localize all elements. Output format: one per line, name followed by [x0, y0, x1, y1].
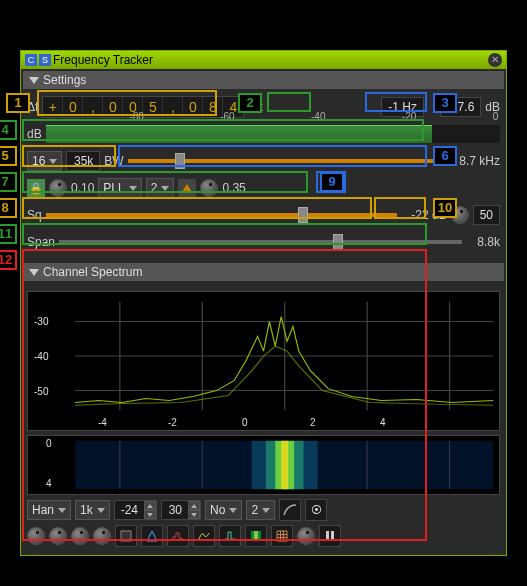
x-tick: -2 [168, 417, 177, 428]
sq-label: Sq [27, 208, 42, 222]
dial-3[interactable] [71, 527, 89, 545]
spectrum-controls-1: Han 1k -24 30 No 2 ⦿ [27, 499, 500, 521]
span-value: 8.8k [466, 235, 500, 249]
dial-2[interactable] [49, 527, 67, 545]
range-spin[interactable]: 30 [161, 500, 201, 520]
dial-4[interactable] [93, 527, 111, 545]
rrc-dial[interactable] [49, 179, 67, 197]
window-title: Frequency Tracker [53, 53, 488, 67]
histogram-button[interactable] [167, 525, 189, 547]
callout-6: 6 [433, 146, 457, 166]
chevron-down-icon [58, 508, 66, 513]
spectrum-header[interactable]: Channel Spectrum [23, 263, 504, 281]
gate-value: 50 [473, 205, 500, 225]
callout-8: 8 [0, 198, 17, 218]
db-label: dB [27, 127, 42, 141]
pulse-button[interactable] [219, 525, 241, 547]
svg-rect-19 [254, 531, 258, 541]
digit[interactable]: 0 [183, 97, 203, 117]
badge-s: S [39, 54, 51, 66]
dial-1[interactable] [27, 527, 45, 545]
collapse-icon [29, 269, 39, 276]
marker-button[interactable] [141, 525, 163, 547]
chevron-down-icon [262, 508, 270, 513]
callout-12: 12 [0, 250, 17, 270]
spectrum-body: -30 -40 -50 -4 -2 0 2 4 0 4 [21, 283, 506, 555]
chevron-down-icon [229, 508, 237, 513]
spin-down-icon[interactable] [144, 510, 156, 519]
span-label: Span [27, 235, 55, 249]
decim-readout: 35k [66, 151, 100, 171]
spin-up-icon[interactable] [188, 501, 200, 510]
chevron-down-icon [49, 159, 57, 164]
svg-rect-20 [326, 531, 329, 541]
order-value: 2 [151, 181, 158, 195]
db-meter: -80 -60 -40 -20 0 [46, 125, 500, 143]
ref-spin[interactable]: -24 [114, 500, 157, 520]
collapse-icon [29, 77, 39, 84]
pause-button[interactable] [319, 525, 341, 547]
bw-row: 16 35k BW 8.7 kHz [27, 149, 500, 173]
spectrum-label: Channel Spectrum [43, 265, 142, 279]
spin-up-icon[interactable] [144, 501, 156, 510]
clear-button[interactable] [115, 525, 137, 547]
window-combo[interactable]: Han [27, 500, 71, 520]
maxhold-button[interactable] [193, 525, 215, 547]
avgmode-combo[interactable]: No [205, 500, 242, 520]
sq-slider[interactable] [46, 206, 397, 224]
tracker-row: 🔒 0.10 PLL 2 0.35 [27, 176, 500, 200]
db-tick: -40 [311, 111, 325, 122]
x-tick: 4 [380, 417, 386, 428]
digit[interactable]: 0 [103, 97, 123, 117]
squelch-row: Sq -22 dB 50 [27, 203, 500, 227]
chevron-down-icon [161, 186, 169, 191]
svg-rect-12 [281, 441, 288, 489]
bw-label: BW [104, 154, 123, 168]
trace-mode-button[interactable] [279, 499, 301, 521]
digit[interactable]: 0 [63, 97, 83, 117]
avg-value: 16 [32, 154, 45, 168]
settings-header[interactable]: Settings [23, 71, 504, 89]
callout-7: 7 [0, 172, 17, 192]
tracker-value: PLL [103, 181, 124, 195]
pllbw-value: 0.35 [222, 181, 245, 195]
digit-sign[interactable]: + [43, 97, 63, 117]
wf-tick: 4 [46, 478, 52, 489]
digit-sep: , [83, 97, 103, 117]
digit[interactable]: 5 [143, 97, 163, 117]
spectrum-plot[interactable]: -30 -40 -50 -4 -2 0 2 4 [27, 291, 500, 431]
rrc-value: 0.10 [71, 181, 94, 195]
broadcast-button[interactable]: ⦿ [305, 499, 327, 521]
callout-3: 3 [433, 93, 457, 113]
x-tick: 2 [310, 417, 316, 428]
waterfall-plot[interactable]: 0 4 [27, 435, 500, 495]
fft-combo[interactable]: 1k [75, 500, 110, 520]
window-value: Han [32, 503, 54, 517]
lock-button[interactable]: 🔒 [27, 179, 45, 197]
tracker-combo[interactable]: PLL [98, 178, 141, 198]
callout-9: 9 [320, 172, 344, 192]
settings-label: Settings [43, 73, 86, 87]
span-row: Span 8.8k [27, 230, 500, 254]
db-tick: -80 [129, 111, 143, 122]
callout-11: 11 [0, 224, 17, 244]
grid-button[interactable] [271, 525, 293, 547]
order-combo[interactable]: 2 [146, 178, 175, 198]
avg-combo[interactable]: 16 [27, 151, 62, 171]
x-tick: -4 [98, 417, 107, 428]
waterfall-button[interactable] [245, 525, 267, 547]
db-tick: -20 [402, 111, 416, 122]
pllbw-dial[interactable] [200, 179, 218, 197]
span-slider[interactable] [59, 233, 462, 251]
spin-down-icon[interactable] [188, 510, 200, 519]
spectrum-controls-2 [27, 525, 500, 547]
bw-slider[interactable] [128, 152, 442, 170]
titlebar[interactable]: C S Frequency Tracker ✕ [21, 51, 506, 69]
db-tick: -60 [220, 111, 234, 122]
triangle-button[interactable] [178, 179, 196, 197]
dial-5[interactable] [297, 527, 315, 545]
callout-1: 1 [6, 93, 30, 113]
range-value: 30 [162, 501, 188, 519]
close-icon[interactable]: ✕ [488, 53, 502, 67]
avgn-combo[interactable]: 2 [246, 500, 275, 520]
